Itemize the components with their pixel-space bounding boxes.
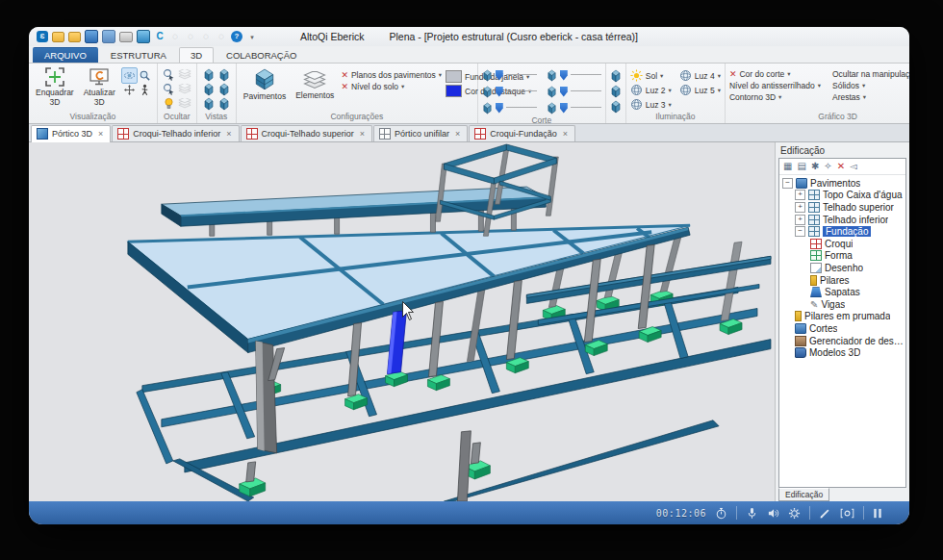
walk-tool-icon[interactable] bbox=[139, 84, 151, 96]
corte-slider-handle[interactable] bbox=[496, 70, 503, 81]
pause-icon[interactable] bbox=[873, 507, 882, 520]
invert-cut-icon[interactable] bbox=[610, 69, 622, 83]
expand-icon[interactable]: + bbox=[795, 202, 805, 213]
zoom-tool-icon[interactable] bbox=[139, 69, 151, 82]
luz4-button[interactable]: Luz 4 ▾ bbox=[679, 69, 721, 82]
tree-item-desenho[interactable]: Desenho bbox=[781, 262, 905, 274]
hide-selection-icon[interactable] bbox=[163, 83, 175, 95]
view-left-icon[interactable] bbox=[203, 83, 215, 96]
tab-arquivo[interactable]: ARQUIVO bbox=[33, 47, 98, 63]
help-icon[interactable]: ? bbox=[231, 31, 242, 42]
corte-slider-handle[interactable] bbox=[496, 87, 503, 97]
stopwatch-icon[interactable] bbox=[715, 507, 727, 520]
panel-tool-delete-icon[interactable]: ✕ bbox=[837, 162, 845, 171]
annotate-pencil-icon[interactable] bbox=[819, 507, 831, 520]
corte-slider-track[interactable] bbox=[506, 88, 537, 91]
contorno-3d-button[interactable]: Contorno 3D ▾ bbox=[729, 92, 821, 102]
close-tab-icon[interactable]: × bbox=[563, 129, 568, 139]
dropdown-icon[interactable]: ▾ bbox=[862, 82, 865, 89]
dropdown-icon[interactable]: ▾ bbox=[669, 87, 672, 94]
collapse-icon[interactable]: − bbox=[782, 178, 793, 189]
view-iso-icon[interactable] bbox=[203, 97, 215, 111]
expand-icon[interactable]: + bbox=[795, 215, 805, 225]
corte-slider-handle[interactable] bbox=[496, 103, 503, 114]
speaker-icon[interactable] bbox=[767, 507, 779, 520]
save-icon[interactable] bbox=[85, 30, 98, 43]
sol-button[interactable]: Sol ▾ bbox=[630, 69, 672, 82]
doctab-croqui-telhado-superior[interactable]: Croqui-Telhado superior × bbox=[241, 125, 372, 141]
close-tab-icon[interactable]: × bbox=[455, 129, 460, 139]
tree-item-forma[interactable]: Forma bbox=[781, 250, 905, 263]
doctab-croqui-telhado-inferior[interactable]: Croqui-Telhado inferior × bbox=[112, 125, 239, 141]
dropdown-icon[interactable]: ▾ bbox=[718, 72, 721, 80]
antisserrilhado-button[interactable]: Nível do antisserrilhado ▾ bbox=[729, 81, 821, 90]
tree-item-gerenciador-de-desenhos[interactable]: Gerenciador de desenhos bbox=[781, 335, 905, 347]
print-icon[interactable] bbox=[119, 32, 133, 42]
dropdown-icon[interactable]: ▾ bbox=[401, 83, 404, 90]
dropdown-icon[interactable]: ▾ bbox=[778, 93, 781, 101]
view-top-icon[interactable] bbox=[203, 68, 215, 82]
panel-tool-links-icon[interactable]: ✧ bbox=[824, 162, 831, 171]
panel-tool-settings-icon[interactable]: ✱ bbox=[811, 162, 819, 171]
tab-estrutura[interactable]: ESTRUTURA bbox=[99, 47, 178, 63]
tab-colaboracao[interactable]: COLABORAÇÃO bbox=[215, 47, 308, 63]
tree-item-sapatas[interactable]: Sapatas bbox=[781, 286, 905, 298]
close-tab-icon[interactable]: × bbox=[98, 129, 103, 139]
dropdown-icon[interactable]: ▾ bbox=[787, 70, 790, 78]
cor-do-corte-button[interactable]: ✕ Cor do corte ▾ bbox=[729, 69, 821, 79]
corte-slider-handle[interactable] bbox=[560, 103, 568, 114]
dropdown-icon[interactable]: ▾ bbox=[439, 71, 442, 79]
view-right-icon[interactable] bbox=[218, 83, 230, 96]
panel-tool-building-icon[interactable]: ▦ bbox=[783, 162, 792, 171]
ocultar-manipulacao-button[interactable]: Ocultar na manipulação ▾ bbox=[832, 69, 909, 79]
corte-slider-track[interactable] bbox=[571, 104, 601, 108]
close-tab-icon[interactable]: × bbox=[226, 129, 231, 139]
pavimentos-button[interactable]: Pavimentos bbox=[241, 65, 289, 103]
nivel-solo-toggle[interactable]: ✕ Nível do solo ▾ bbox=[341, 82, 442, 91]
luz3-button[interactable]: Luz 3 ▾ bbox=[630, 98, 672, 111]
tree-item-telhado-superior[interactable]: + Telhado superior bbox=[781, 201, 905, 214]
tree-item-croqui[interactable]: Croqui bbox=[781, 238, 905, 250]
invert-cut-icon[interactable] bbox=[610, 85, 622, 98]
microphone-icon[interactable] bbox=[746, 507, 758, 520]
tree-item-pavimentos[interactable]: − Pavimentos bbox=[781, 177, 905, 190]
new-file-icon[interactable] bbox=[52, 32, 64, 42]
corte-slider-track[interactable] bbox=[506, 71, 537, 75]
panel-bottom-tab-edificacao[interactable]: Edificação bbox=[778, 488, 829, 501]
corte-slider-track[interactable] bbox=[571, 71, 601, 75]
elementos-button[interactable]: Elementos bbox=[293, 65, 337, 102]
panel-tool-exit-icon[interactable]: ◅ bbox=[850, 162, 857, 171]
dropdown-icon[interactable]: ▾ bbox=[863, 93, 866, 101]
dropdown-icon[interactable]: ▾ bbox=[660, 72, 663, 80]
corte-slider-handle[interactable] bbox=[560, 87, 568, 97]
enquadrar-3d-button[interactable]: Enquadrar 3D bbox=[33, 65, 77, 109]
corte-slider-track[interactable] bbox=[506, 104, 537, 108]
solidos-button[interactable]: Sólidos ▾ bbox=[832, 81, 909, 90]
tree-item-cortes[interactable]: Cortes bbox=[781, 322, 905, 335]
luz5-button[interactable]: Luz 5 ▾ bbox=[679, 84, 721, 96]
viewport-3d[interactable] bbox=[29, 142, 776, 501]
open-file-icon[interactable] bbox=[68, 32, 81, 42]
tree-item-vigas[interactable]: ✎ Vigas bbox=[781, 298, 905, 311]
document-icon[interactable] bbox=[137, 30, 150, 43]
panel-tool-levels-icon[interactable]: ▤ bbox=[797, 162, 805, 171]
undo-icon[interactable]: C bbox=[154, 31, 166, 42]
tab-3d[interactable]: 3D bbox=[179, 47, 214, 63]
tree-item-pilares[interactable]: Pilares bbox=[781, 274, 905, 287]
corte-slider-track[interactable] bbox=[571, 88, 601, 91]
tree-item-telhado-inferior[interactable]: + Telhado inferior bbox=[781, 214, 905, 226]
view-front-icon[interactable] bbox=[218, 68, 230, 82]
pan-tool-icon[interactable] bbox=[123, 84, 136, 96]
close-tab-icon[interactable]: × bbox=[360, 129, 365, 139]
tree-item-pilares-em-prumada[interactable]: Pilares em prumada bbox=[781, 311, 905, 323]
expand-icon[interactable]: + bbox=[795, 190, 805, 200]
record-camera-icon[interactable] bbox=[840, 507, 854, 520]
dropdown-icon[interactable]: ▾ bbox=[669, 101, 672, 109]
invert-cut-icon[interactable] bbox=[610, 100, 622, 114]
arestas-button[interactable]: Arestas ▾ bbox=[832, 92, 909, 102]
show-all-bulb-icon[interactable] bbox=[163, 97, 175, 110]
tree-item-fundacao[interactable]: − Fundação bbox=[781, 225, 905, 238]
corte-slider-handle[interactable] bbox=[560, 70, 568, 81]
doctab-portico-3d[interactable]: Pórtico 3D × bbox=[31, 125, 111, 142]
tree-item-modelos-3d[interactable]: Modelos 3D bbox=[781, 346, 905, 359]
